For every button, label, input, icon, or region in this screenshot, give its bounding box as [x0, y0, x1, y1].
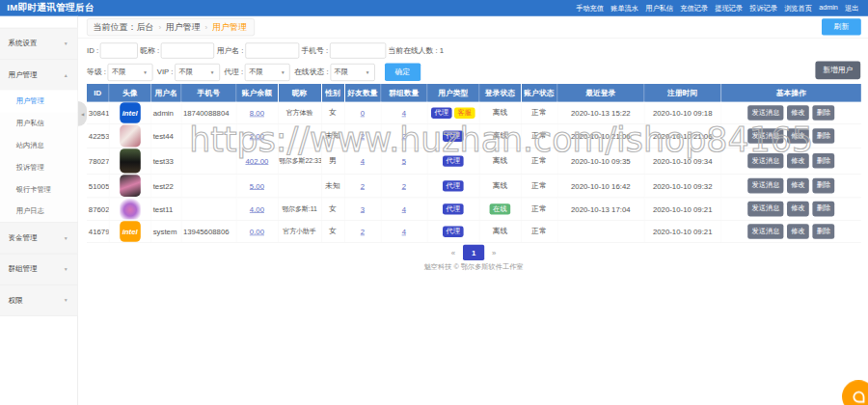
send-message-button[interactable]: 发送消息 [747, 178, 783, 194]
sidebar-item-user-management[interactable]: 用户管理 [0, 91, 77, 113]
balance-link[interactable]: 4.00 [250, 204, 264, 213]
topnav-manual-recharge[interactable]: 手动充值 [576, 3, 604, 13]
cell-username: test11 [151, 198, 181, 220]
cell-username: test22 [151, 174, 181, 198]
username-input[interactable] [245, 42, 299, 58]
sidebar-item-bankcard-management[interactable]: 银行卡管理 [0, 178, 77, 201]
add-user-button[interactable]: 新增用户 [815, 62, 860, 80]
balance-link[interactable]: 0.00 [250, 228, 264, 236]
cell-friends: 0 [344, 102, 381, 124]
id-input[interactable] [100, 42, 138, 58]
sidebar-item-site-messages[interactable]: 站内消息 [0, 134, 77, 156]
phone-input[interactable] [330, 42, 386, 58]
delete-button[interactable]: 删除 [813, 105, 835, 121]
friends-link[interactable]: 2 [361, 181, 365, 190]
cell-account-status: 正常 [521, 148, 557, 174]
sidebar-group-groups[interactable]: 群组管理 ▼ [0, 254, 77, 284]
edit-button[interactable]: 修改 [787, 202, 809, 217]
sidebar-group-funds[interactable]: 资金管理 ▼ [0, 222, 77, 253]
topnav-user-messages[interactable]: 用户私信 [645, 3, 673, 13]
friends-link[interactable]: 2 [361, 132, 365, 141]
edit-button[interactable]: 修改 [787, 224, 809, 239]
friends-link[interactable]: 2 [361, 228, 365, 236]
sidebar-item-user-messages[interactable]: 用户私信 [0, 112, 77, 134]
filter-row-2: 等级 : 不限▼ VIP : 不限▼ 代理 : 不限▼ 在线状态 : 不限▼ 确… [87, 63, 860, 81]
avatar[interactable]: intel [120, 102, 141, 123]
avatar[interactable] [120, 125, 141, 148]
groups-link[interactable]: 2 [402, 132, 406, 141]
topnav-bill-flow[interactable]: 账单流水 [610, 3, 638, 13]
topnav-logout[interactable]: 退出 [845, 3, 858, 13]
page-1[interactable]: 1 [463, 245, 484, 260]
avatar[interactable] [120, 199, 141, 220]
breadcrumb-prefix: 当前位置：后台 [94, 21, 154, 32]
sidebar-group-permissions[interactable]: 权限 ▼ [0, 284, 77, 315]
level-select[interactable]: 不限▼ [108, 64, 153, 81]
cell-user-type: 代理 [427, 198, 479, 220]
send-message-button[interactable]: 发送消息 [747, 153, 783, 169]
topnav-username[interactable]: admin [819, 3, 838, 13]
friends-link[interactable]: 3 [361, 204, 365, 213]
groups-link[interactable]: 5 [402, 156, 406, 165]
topnav-browse-home[interactable]: 浏览首页 [784, 3, 812, 13]
cell-nickname [278, 124, 321, 148]
groups-link[interactable]: 4 [402, 228, 406, 236]
groups-link[interactable]: 2 [402, 181, 406, 190]
breadcrumb-bar: 当前位置：后台 › 用户管理 › 用户管理 刷新 [78, 16, 868, 39]
cell-friends: 2 [344, 124, 381, 148]
balance-link[interactable]: 2.00 [250, 132, 264, 141]
balance-link[interactable]: 5.00 [250, 181, 264, 190]
send-message-button[interactable]: 发送消息 [747, 224, 783, 239]
groups-link[interactable]: 4 [402, 109, 406, 118]
refresh-button[interactable]: 刷新 [822, 18, 861, 35]
cell-nickname [278, 174, 321, 198]
confirm-button[interactable]: 确定 [385, 63, 420, 81]
topnav: 手动充值 账单流水 用户私信 充值记录 提现记录 投诉记录 浏览首页 admin… [576, 3, 858, 13]
delete-button[interactable]: 删除 [813, 178, 835, 194]
cell-avatar [109, 198, 151, 220]
topnav-recharge-records[interactable]: 充值记录 [680, 3, 708, 13]
page-next[interactable]: » [492, 248, 496, 256]
vip-select[interactable]: 不限▼ [175, 64, 220, 81]
cell-account-status: 正常 [521, 220, 557, 242]
delete-button[interactable]: 删除 [813, 202, 835, 217]
agent-label: 代理 : [224, 67, 243, 77]
cell-id: 78027 [87, 148, 109, 174]
edit-button[interactable]: 修改 [787, 153, 809, 169]
chevron-down-icon: ▼ [64, 40, 68, 46]
sidebar-group-system-settings[interactable]: 系统设置 ▼ [0, 28, 77, 59]
edit-button[interactable]: 修改 [787, 178, 809, 194]
edit-button[interactable]: 修改 [787, 105, 809, 121]
avatar[interactable] [120, 148, 141, 173]
groups-link[interactable]: 4 [402, 204, 406, 213]
sidebar-group-user-management[interactable]: 用户管理 ▲ [0, 59, 77, 90]
delete-button[interactable]: 删除 [813, 224, 835, 239]
sidebar-item-user-logs[interactable]: 用户日志 [0, 201, 77, 223]
topnav-complaint-records[interactable]: 投诉记录 [749, 3, 777, 13]
page-prev[interactable]: « [451, 248, 455, 256]
delete-button[interactable]: 删除 [813, 153, 835, 169]
friends-link[interactable]: 0 [361, 109, 365, 118]
avatar[interactable] [120, 175, 141, 197]
send-message-button[interactable]: 发送消息 [747, 105, 783, 121]
friends-link[interactable]: 4 [361, 156, 365, 165]
cell-avatar [109, 124, 151, 148]
phone-label: 手机号 : [301, 45, 328, 56]
col-phone: 手机号 [181, 84, 236, 102]
topnav-withdraw-records[interactable]: 提现记录 [715, 3, 743, 13]
sidebar-item-complaint-management[interactable]: 投诉管理 [0, 156, 77, 178]
cell-account-status: 正常 [521, 198, 557, 220]
breadcrumb-item[interactable]: 用户管理 [166, 21, 201, 32]
online-status-select[interactable]: 不限▼ [330, 64, 374, 81]
avatar[interactable]: intel [120, 221, 141, 242]
nickname-input[interactable] [161, 42, 214, 58]
edit-button[interactable]: 修改 [787, 128, 809, 144]
send-message-button[interactable]: 发送消息 [747, 202, 783, 217]
agent-select[interactable]: 不限▼ [245, 64, 290, 81]
delete-button[interactable]: 删除 [813, 128, 835, 144]
send-message-button[interactable]: 发送消息 [747, 128, 783, 144]
content-area: ID : 昵称 : 用户名 : 手机号 : 当前在线人数 : 1 等级 : 不限… [78, 39, 868, 405]
cell-gender: 未知 [321, 124, 344, 148]
balance-link[interactable]: 8.00 [250, 109, 264, 118]
balance-link[interactable]: 402.00 [245, 156, 268, 165]
